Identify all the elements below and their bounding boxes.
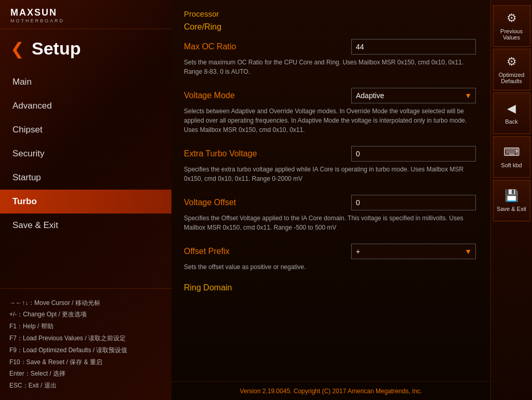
setting-select-offset_prefix[interactable]: +- [351,244,476,259]
sidebar-item-chipset[interactable]: Chipset [0,118,171,142]
previous_values-icon: ⚙ [507,11,517,25]
soft_kbd-label: Soft kbd [501,162,522,168]
back-button[interactable]: ◀Back [493,92,530,134]
setting-select-wrapper-offset_prefix: +-▼ [351,244,476,259]
optimized_defaults-button[interactable]: ⚙OptimizedDefaults [493,49,530,90]
setting-row-voltage_offset: Voltage Offset [184,195,476,210]
ring-domain-heading: Ring Domain [184,283,476,292]
setting-label-max_oc_ratio: Max OC Ratio [184,42,236,51]
version-bar: Version 2.19.0045. Copyright (C) 2017 Am… [171,381,490,400]
main-content: Processor Core/Ring Max OC RatioSets the… [171,0,490,400]
sidebar-item-save-and-exit[interactable]: Save & Exit [0,214,171,237]
setting-label-voltage_mode: Voltage Mode [184,91,235,100]
sidebar-item-startup[interactable]: Startup [0,166,171,190]
setting-input-max_oc_ratio[interactable] [351,39,476,55]
version-text: Version 2.19.0045. Copyright (C) 2017 Am… [240,388,422,395]
logo-brand: MAXSUN [10,7,161,18]
shortcut-line: Enter：Select / 选择 [9,368,162,380]
previous_values-button[interactable]: ⚙PreviousValues [493,5,530,47]
shortcut-line: F1：Help / 帮助 [9,321,162,332]
setting-input-extra_turbo_voltage[interactable] [351,146,476,162]
nav-menu: MainAdvancedChipsetSecurityStartupTurboS… [0,68,171,288]
setup-title: Setup [32,38,81,59]
shortcut-area: →←↑↓：Move Cursor / 移动光标+/-：Change Opt / … [0,288,171,400]
sidebar-item-advanced[interactable]: Advanced [0,94,171,118]
setting-desc-offset_prefix: Sets the offset value as positive or neg… [184,262,476,272]
logo-area: MAXSUN MOTHERBOARD [0,0,171,29]
setting-row-max_oc_ratio: Max OC Ratio [184,39,476,55]
shortcut-line: F10：Save & Reset / 保存 & 重启 [9,356,162,368]
setting-row-voltage_mode: Voltage ModeAdaptiveOverride▼ [184,88,476,103]
shortcut-line: F9：Load Optimized Defaults / 读取预设值 [9,344,162,356]
processor-heading: Processor [184,9,476,18]
back-label: Back [505,118,517,125]
shortcut-line: +/-：Change Opt / 更改选项 [9,309,162,321]
optimized_defaults-label: OptimizedDefaults [499,72,525,84]
setup-header: ❮ Setup [0,29,171,68]
sidebar: MAXSUN MOTHERBOARD ❮ Setup MainAdvancedC… [0,0,171,400]
sidebar-item-main[interactable]: Main [0,70,171,94]
setting-desc-voltage_mode: Selects between Adaptive and Override Vo… [184,106,476,135]
setting-block-offset_prefix: Offset Prefix+-▼Sets the offset value as… [184,244,476,272]
soft_kbd-button[interactable]: ⌨Soft kbd [493,136,530,178]
core-ring-heading: Core/Ring [184,22,476,32]
setting-input-voltage_offset[interactable] [351,195,476,210]
back-arrow-icon[interactable]: ❮ [10,41,24,57]
right-panel: ⚙PreviousValues⚙OptimizedDefaults◀Back⌨S… [490,0,532,400]
shortcut-line: →←↑↓：Move Cursor / 移动光标 [9,297,162,309]
setting-label-extra_turbo_voltage: Extra Turbo Voltage [184,149,257,158]
optimized_defaults-icon: ⚙ [507,55,517,69]
setting-row-extra_turbo_voltage: Extra Turbo Voltage [184,146,476,162]
setting-desc-max_oc_ratio: Sets the maximum OC Ratio for the CPU Co… [184,58,476,76]
setting-select-wrapper-voltage_mode: AdaptiveOverride▼ [351,88,476,103]
setting-block-extra_turbo_voltage: Extra Turbo VoltageSpecifies the extra t… [184,146,476,183]
sidebar-item-security[interactable]: Security [0,142,171,166]
setting-label-voltage_offset: Voltage Offset [184,198,236,207]
setting-desc-voltage_offset: Specifies the Offset Voltage applied to … [184,214,476,232]
save_exit-icon: 💾 [504,189,518,203]
setting-label-offset_prefix: Offset Prefix [184,247,230,256]
back-icon: ◀ [507,102,516,115]
previous_values-label: PreviousValues [500,28,523,41]
setting-block-voltage_mode: Voltage ModeAdaptiveOverride▼Selects bet… [184,88,476,135]
setting-select-voltage_mode[interactable]: AdaptiveOverride [351,88,476,103]
shortcut-line: F7：Load Previous Values / 读取之前设定 [9,332,162,344]
sidebar-item-turbo[interactable]: Turbo [0,190,171,214]
shortcut-line: ESC：Exit / 退出 [9,380,162,392]
setting-row-offset_prefix: Offset Prefix+-▼ [184,244,476,259]
logo-sub: MOTHERBOARD [10,18,161,23]
soft_kbd-icon: ⌨ [503,145,520,159]
setting-block-max_oc_ratio: Max OC RatioSets the maximum OC Ratio fo… [184,39,476,76]
save_exit-label: Save & Exit [497,206,526,212]
save_exit-button[interactable]: 💾Save & Exit [493,180,530,221]
setting-block-voltage_offset: Voltage OffsetSpecifies the Offset Volta… [184,195,476,232]
setting-desc-extra_turbo_voltage: Specifies the extra turbo voltage applie… [184,165,476,183]
